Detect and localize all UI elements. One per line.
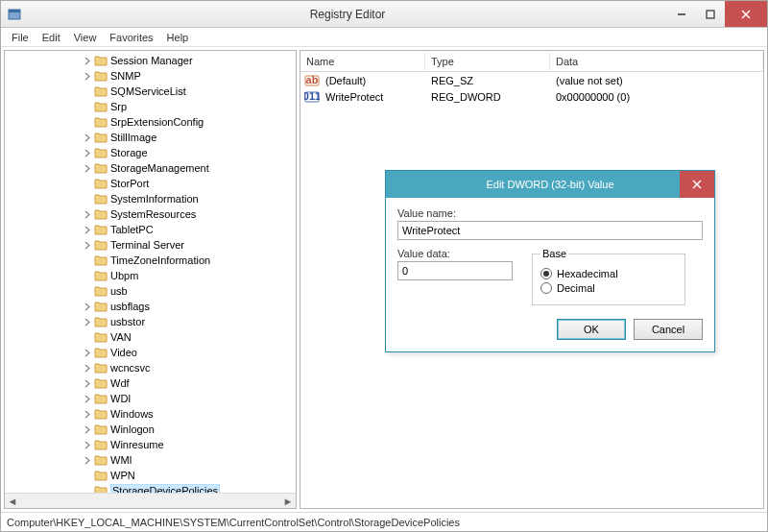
tree-item[interactable]: SystemInformation (5, 191, 296, 206)
expand-icon[interactable] (82, 316, 93, 327)
tree-item[interactable]: SQMServiceList (5, 84, 296, 99)
value-data-input[interactable] (397, 261, 513, 280)
expand-icon[interactable] (82, 423, 93, 435)
base-legend: Base (540, 248, 568, 259)
maximize-button[interactable] (696, 1, 725, 27)
close-button[interactable] (725, 1, 767, 27)
dialog-title-bar[interactable]: Edit DWORD (32-bit) Value (386, 171, 714, 198)
tree-item[interactable]: Winlogon (5, 422, 296, 437)
expand-icon[interactable] (82, 454, 93, 466)
tree-item[interactable]: VAN (5, 329, 296, 345)
expand-icon[interactable] (82, 116, 93, 128)
expand-icon[interactable] (82, 162, 93, 174)
tree-hscrollbar[interactable]: ◄ ► (5, 493, 296, 508)
folder-icon (94, 101, 108, 112)
expand-icon[interactable] (82, 301, 93, 312)
tree-item[interactable]: Storage (5, 145, 296, 160)
expand-icon[interactable] (82, 55, 93, 66)
tree-item[interactable]: SrpExtensionConfig (5, 114, 296, 130)
tree-item[interactable]: WDI (5, 391, 296, 406)
tree-item[interactable]: TimeZoneInformation (5, 253, 296, 268)
expand-icon[interactable] (82, 239, 93, 251)
expand-icon[interactable] (82, 408, 93, 420)
tree-item[interactable]: Srp (5, 99, 296, 114)
expand-icon[interactable] (82, 347, 93, 358)
tree-item[interactable]: usbstor (5, 314, 296, 329)
tree-item[interactable]: WMI (5, 452, 296, 468)
expand-icon[interactable] (82, 485, 93, 493)
tree-item[interactable]: Windows (5, 406, 296, 422)
expand-icon[interactable] (82, 362, 93, 374)
expand-icon[interactable] (82, 132, 93, 143)
expand-icon[interactable] (82, 101, 93, 112)
cell-name: (Default) (324, 75, 429, 86)
col-type[interactable]: Type (425, 53, 550, 70)
tree-item[interactable]: Terminal Server (5, 237, 296, 253)
folder-icon (94, 301, 108, 312)
folder-icon (94, 70, 108, 82)
value-row[interactable]: 011WriteProtectREG_DWORD0x00000000 (0) (300, 88, 763, 105)
tree-item[interactable]: usb (5, 283, 296, 299)
expand-icon[interactable] (82, 224, 93, 235)
menu-file[interactable]: File (5, 30, 36, 45)
minimize-button[interactable] (667, 1, 696, 27)
tree-label: Video (110, 347, 137, 358)
expand-icon[interactable] (82, 147, 93, 158)
expand-icon[interactable] (82, 377, 93, 389)
scroll-right-icon[interactable]: ► (280, 494, 296, 509)
tree-item[interactable]: usbflags (5, 299, 296, 314)
expand-icon[interactable] (82, 285, 93, 297)
tree-item[interactable]: StorPort (5, 176, 296, 191)
tree-item[interactable]: SNMP (5, 68, 296, 84)
menu-edit[interactable]: Edit (36, 30, 67, 45)
expand-icon[interactable] (82, 470, 93, 481)
value-name-input[interactable] (397, 221, 703, 240)
expand-icon[interactable] (82, 393, 93, 404)
expand-icon[interactable] (82, 178, 93, 189)
menu-view[interactable]: View (67, 30, 104, 45)
folder-icon (94, 254, 108, 266)
expand-icon[interactable] (82, 208, 93, 220)
radio-hex-label: Hexadecimal (557, 268, 618, 279)
menu-favorites[interactable]: Favorites (103, 30, 159, 45)
tree[interactable]: Session ManagerSNMPSQMServiceListSrpSrpE… (5, 51, 296, 493)
folder-icon (94, 285, 108, 297)
status-bar: Computer\HKEY_LOCAL_MACHINE\SYSTEM\Curre… (1, 512, 767, 531)
expand-icon[interactable] (82, 270, 93, 281)
tree-item[interactable]: StorageDevicePolicies (5, 483, 296, 493)
expand-icon[interactable] (82, 439, 93, 450)
expand-icon[interactable] (82, 331, 93, 343)
tree-item[interactable]: StorageManagement (5, 160, 296, 176)
value-row[interactable]: ab(Default)REG_SZ(value not set) (300, 72, 763, 88)
ok-button[interactable]: OK (557, 319, 626, 340)
folder-icon (94, 193, 108, 205)
tree-item[interactable]: SystemResources (5, 206, 296, 222)
tree-item[interactable]: WPN (5, 468, 296, 483)
expand-icon[interactable] (82, 85, 93, 97)
tree-item[interactable]: Ubpm (5, 268, 296, 283)
tree-item[interactable]: Wdf (5, 375, 296, 391)
radio-decimal[interactable]: Decimal (540, 282, 677, 294)
tree-item[interactable]: wcncsvc (5, 360, 296, 375)
svg-rect-1 (9, 10, 20, 12)
radio-hexadecimal[interactable]: Hexadecimal (540, 268, 677, 279)
tree-item[interactable]: Session Manager (5, 53, 296, 68)
tree-label: SystemInformation (110, 193, 199, 205)
tree-item[interactable]: StillImage (5, 130, 296, 145)
cancel-button[interactable]: Cancel (634, 319, 703, 340)
menu-help[interactable]: Help (160, 30, 196, 45)
scroll-left-icon[interactable]: ◄ (5, 494, 20, 509)
col-data[interactable]: Data (550, 53, 763, 70)
dialog-close-button[interactable] (680, 171, 714, 198)
folder-icon (94, 224, 108, 235)
cell-type: REG_DWORD (429, 91, 554, 103)
tree-item[interactable]: Video (5, 345, 296, 360)
col-name[interactable]: Name (300, 53, 425, 70)
expand-icon[interactable] (82, 70, 93, 82)
radio-dot-icon (540, 268, 552, 279)
tree-label: wcncsvc (110, 362, 151, 374)
expand-icon[interactable] (82, 193, 93, 205)
tree-item[interactable]: TabletPC (5, 222, 296, 237)
expand-icon[interactable] (82, 254, 93, 266)
tree-item[interactable]: Winresume (5, 437, 296, 452)
